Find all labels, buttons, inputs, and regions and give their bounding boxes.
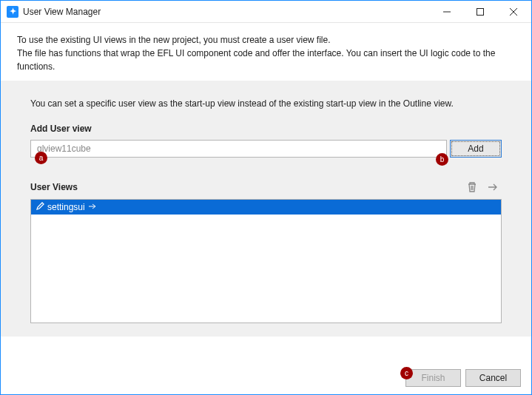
add-user-view-input[interactable] [30, 140, 447, 158]
trash-icon [466, 181, 478, 193]
titlebar: ✦ User View Manager [1, 1, 531, 23]
user-views-header: User Views [30, 178, 502, 196]
minimize-button[interactable] [430, 1, 463, 23]
add-user-view-row: Add [30, 140, 502, 158]
user-views-list[interactable]: settingsui [30, 199, 502, 323]
app-icon: ✦ [7, 6, 18, 18]
close-button[interactable] [496, 1, 530, 23]
cancel-button[interactable]: Cancel [465, 369, 521, 387]
user-views-label: User Views [30, 182, 460, 192]
window-controls [430, 1, 530, 23]
svg-rect-1 [477, 8, 483, 15]
delete-view-button[interactable] [463, 178, 481, 196]
annotation-badge-b: b [436, 153, 448, 166]
window-title: User View Manager [23, 7, 101, 17]
maximize-button[interactable] [463, 1, 496, 23]
header-description: To use the existing UI views in the new … [1, 23, 531, 81]
startup-indicator-icon [88, 202, 97, 213]
finish-button[interactable]: Finish [405, 369, 461, 387]
add-user-view-label: Add User view [30, 124, 502, 134]
set-startup-button[interactable] [484, 178, 502, 196]
annotation-badge-c: c [400, 367, 413, 379]
dialog-footer: Finish Cancel [405, 369, 521, 387]
add-button[interactable]: Add [450, 140, 502, 158]
list-item[interactable]: settingsui [31, 200, 501, 215]
header-line-2: The file has functions that wrap the EFL… [17, 47, 515, 73]
main-panel: You can set a specific user view as the … [1, 81, 531, 337]
view-name: settingsui [47, 202, 85, 212]
header-line-1: To use the existing UI views in the new … [17, 33, 515, 47]
arrow-right-icon [487, 181, 499, 193]
annotation-badge-a: a [35, 152, 47, 164]
info-text: You can set a specific user view as the … [30, 98, 502, 109]
pencil-icon [36, 202, 44, 213]
